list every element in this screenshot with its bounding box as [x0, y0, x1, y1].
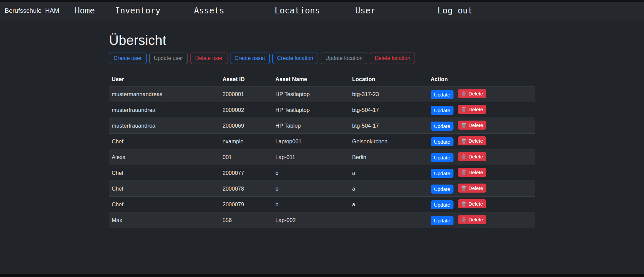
update-location-button[interactable]: Update location: [321, 53, 367, 64]
nav-item-assets[interactable]: Assets: [194, 6, 224, 15]
trash-icon: [461, 201, 467, 207]
nav-item-log-out[interactable]: Log out: [437, 6, 473, 15]
cell-asset-id: 2000069: [220, 118, 273, 134]
header-asset-id: Asset ID: [220, 74, 273, 86]
cell-action: Update Delete: [428, 212, 535, 228]
table-row: Chef 2000078 b a Update Delete: [109, 181, 535, 197]
cell-asset-id: 2000002: [220, 102, 273, 118]
row-delete-button[interactable]: Delete: [458, 152, 486, 161]
row-update-button[interactable]: Update: [431, 106, 453, 115]
create-location-button[interactable]: Create location: [272, 53, 318, 64]
cell-user: musterfrauandrea: [109, 102, 220, 118]
table-row: mustermannandreas 2000001 HP Testlaptop …: [109, 86, 535, 102]
trash-icon: [461, 154, 467, 159]
nav-item-inventory[interactable]: Inventory: [115, 6, 160, 15]
table-row: Chef example Laptop001 Gelsenkirchen Upd…: [109, 134, 535, 149]
cell-user: Alexa: [109, 149, 220, 165]
row-delete-button[interactable]: Delete: [458, 215, 486, 224]
trash-icon: [461, 170, 467, 175]
page-title: Übersicht: [109, 33, 535, 48]
delete-user-button[interactable]: Delete user: [191, 53, 227, 64]
row-update-button[interactable]: Update: [431, 169, 453, 178]
row-delete-label: Delete: [469, 169, 483, 175]
cell-location: a: [350, 197, 428, 212]
table-header-row: User Asset ID Asset Name Location Action: [109, 74, 535, 86]
toolbar: Create userUpdate userDelete userCreate …: [109, 53, 535, 64]
row-update-button[interactable]: Update: [431, 185, 453, 194]
cell-asset-name: b: [273, 197, 350, 212]
cell-action: Update Delete: [428, 197, 535, 212]
cell-user: Chef: [109, 165, 220, 181]
row-delete-label: Delete: [469, 154, 483, 159]
row-delete-label: Delete: [469, 122, 483, 128]
header-action: Action: [428, 74, 535, 86]
nav-item-locations[interactable]: Locations: [275, 6, 320, 15]
window-top-edge: [0, 0, 644, 2]
trash-icon: [461, 138, 467, 144]
row-delete-label: Delete: [469, 217, 483, 222]
trash-icon: [461, 186, 467, 191]
header-user: User: [109, 74, 220, 86]
row-delete-label: Delete: [469, 185, 483, 191]
cell-asset-name: HP Tablop: [273, 118, 350, 134]
cell-user: mustermannandreas: [109, 86, 220, 102]
create-user-button[interactable]: Create user: [109, 53, 147, 64]
navbar: Berufsschule_HAM HomeInventoryAssetsLoca…: [0, 2, 644, 19]
cell-asset-id: 556: [220, 212, 273, 228]
row-delete-label: Delete: [469, 201, 483, 207]
row-delete-button[interactable]: Delete: [458, 136, 486, 145]
cell-asset-id: 2000079: [220, 197, 273, 212]
row-delete-label: Delete: [469, 138, 483, 144]
header-location: Location: [350, 74, 428, 86]
nav-item-home[interactable]: Home: [75, 6, 95, 15]
cell-asset-name: Lap-002: [273, 212, 350, 228]
row-delete-button[interactable]: Delete: [458, 89, 486, 98]
trash-icon: [461, 123, 467, 128]
cell-asset-name: b: [273, 181, 350, 197]
trash-icon: [461, 217, 467, 222]
table-row: Alexa 001 Lap-011 Berlin Update Delete: [109, 149, 535, 165]
row-delete-button[interactable]: Delete: [458, 168, 486, 177]
nav-item-user[interactable]: User: [355, 6, 375, 15]
cell-asset-id: 001: [220, 149, 273, 165]
cell-location: Berlin: [350, 149, 428, 165]
cell-action: Update Delete: [428, 102, 535, 118]
trash-icon: [461, 107, 467, 112]
asset-table: User Asset ID Asset Name Location Action…: [109, 74, 535, 228]
cell-location: btg-504-17: [350, 102, 428, 118]
row-delete-button[interactable]: Delete: [458, 199, 486, 208]
delete-location-button[interactable]: Delete location: [370, 53, 415, 64]
cell-action: Update Delete: [428, 86, 535, 102]
row-delete-button[interactable]: Delete: [458, 121, 486, 130]
create-asset-button[interactable]: Create asset: [230, 53, 270, 64]
row-update-button[interactable]: Update: [431, 200, 453, 209]
row-update-button[interactable]: Update: [431, 137, 453, 146]
main-content: Übersicht Create userUpdate userDelete u…: [109, 33, 535, 228]
row-delete-button[interactable]: Delete: [458, 184, 486, 193]
header-asset-name: Asset Name: [273, 74, 350, 86]
update-user-button[interactable]: Update user: [149, 53, 188, 64]
cell-location: [350, 212, 428, 228]
cell-location: btg-504-17: [350, 118, 428, 134]
navbar-brand[interactable]: Berufsschule_HAM: [5, 7, 59, 14]
cell-asset-id: example: [220, 134, 273, 149]
cell-user: Chef: [109, 181, 220, 197]
row-delete-button[interactable]: Delete: [458, 105, 486, 114]
row-delete-label: Delete: [469, 107, 483, 112]
cell-action: Update Delete: [428, 149, 535, 165]
cell-location: a: [350, 165, 428, 181]
row-update-button[interactable]: Update: [431, 153, 453, 162]
window-bottom-edge: [0, 274, 644, 277]
row-update-button[interactable]: Update: [431, 122, 453, 131]
cell-user: Max: [109, 212, 220, 228]
row-update-button[interactable]: Update: [431, 90, 453, 99]
cell-location: btg-317-23: [350, 86, 428, 102]
cell-location: Gelsenkirchen: [350, 134, 428, 149]
trash-icon: [461, 91, 467, 96]
table-row: Max 556 Lap-002 Update Delete: [109, 212, 535, 228]
row-update-button[interactable]: Update: [431, 216, 453, 225]
cell-asset-name: HP Testlaptop: [273, 102, 350, 118]
row-delete-label: Delete: [469, 91, 483, 96]
table-row: musterfrauandrea 2000002 HP Testlaptop b…: [109, 102, 535, 118]
cell-action: Update Delete: [428, 134, 535, 149]
